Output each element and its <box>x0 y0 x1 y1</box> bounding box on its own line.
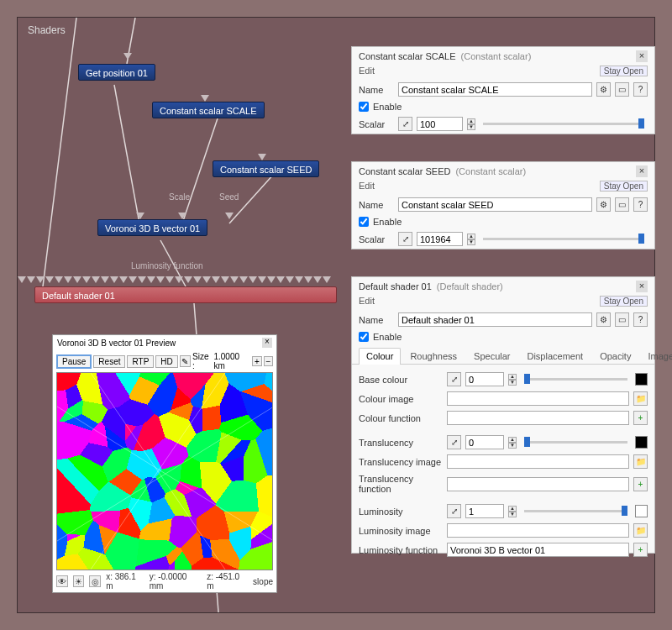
curve-icon[interactable]: ⤢ <box>447 435 461 449</box>
sun-icon[interactable]: ☀ <box>73 575 85 587</box>
scalar-slider[interactable] <box>483 123 644 125</box>
folder-icon[interactable]: 📁 <box>633 454 648 469</box>
translucency-slider[interactable] <box>524 441 627 444</box>
stay-open-button[interactable]: Stay Open <box>600 181 648 192</box>
name-input[interactable] <box>398 197 592 212</box>
name-label: Name <box>359 85 394 95</box>
edit-menu[interactable]: Edit <box>359 181 375 192</box>
add-icon[interactable]: + <box>633 543 648 557</box>
translucency-swatch[interactable] <box>635 436 648 449</box>
gear-icon[interactable]: ⚙ <box>596 312 611 327</box>
gear-icon[interactable]: ⚙ <box>596 82 611 97</box>
translucency-image-input[interactable] <box>447 454 629 469</box>
svg-line-4 <box>43 18 76 286</box>
eye-icon[interactable]: 👁 <box>56 575 68 587</box>
tab-specular[interactable]: Specular <box>466 348 517 364</box>
luminosity-function-input[interactable] <box>447 543 629 557</box>
luminosity-input[interactable] <box>465 504 504 518</box>
preview-viewport[interactable] <box>56 372 273 570</box>
base-colour-slider[interactable] <box>524 378 627 381</box>
status-x: x: 386.1 m <box>106 572 144 591</box>
name-input[interactable] <box>398 312 592 327</box>
panel-scale-title: Constant scalar SCALE <box>359 51 456 61</box>
panel-shader-title: Default shader 01 <box>359 281 432 291</box>
node-get-position[interactable]: Get position 01 <box>78 64 155 81</box>
close-icon[interactable]: × <box>262 338 272 348</box>
panel-seed-title: Constant scalar SEED <box>359 166 450 176</box>
scalar-label: Scalar <box>359 119 394 129</box>
tab-roughness[interactable]: Roughness <box>402 348 465 364</box>
scalar-spinner[interactable]: ▲▼ <box>467 234 475 245</box>
close-icon[interactable]: × <box>636 281 648 292</box>
panel-scalar-seed: Constant scalar SEED (Constant scalar) ×… <box>351 161 655 249</box>
base-colour-input[interactable] <box>465 372 504 386</box>
brush-icon[interactable]: ✎ <box>180 355 191 367</box>
curve-icon[interactable]: ⤢ <box>398 232 412 246</box>
curve-icon[interactable]: ⤢ <box>447 504 461 518</box>
window-icon[interactable]: ▭ <box>615 312 629 327</box>
scalar-spinner[interactable]: ▲▼ <box>467 118 475 130</box>
colour-function-input[interactable] <box>447 411 629 425</box>
base-colour-label: Base colour <box>359 375 443 385</box>
luminosity-swatch[interactable] <box>635 505 648 517</box>
add-icon[interactable]: + <box>633 411 648 425</box>
edit-menu[interactable]: Edit <box>359 66 375 76</box>
stay-open-button[interactable]: Stay Open <box>600 66 648 76</box>
folder-icon[interactable]: 📁 <box>633 523 648 538</box>
scalar-input[interactable] <box>417 232 463 246</box>
reset-button[interactable]: Reset <box>93 355 125 368</box>
help-icon[interactable]: ? <box>633 197 648 212</box>
luminosity-slider[interactable] <box>524 510 627 512</box>
scalar-slider[interactable] <box>483 238 644 240</box>
luminosity-image-input[interactable] <box>447 523 629 538</box>
close-icon[interactable]: × <box>636 50 648 62</box>
zoom-in-icon[interactable]: + <box>252 356 261 366</box>
stay-open-button[interactable]: Stay Open <box>600 296 648 307</box>
translucency-spinner[interactable]: ▲▼ <box>508 437 517 449</box>
name-input[interactable] <box>398 82 592 97</box>
base-colour-spinner[interactable]: ▲▼ <box>508 374 517 386</box>
tab-images[interactable]: Images <box>640 348 672 364</box>
tab-opacity[interactable]: Opacity <box>592 348 638 364</box>
base-colour-swatch[interactable] <box>635 373 648 386</box>
help-icon[interactable]: ? <box>633 312 648 327</box>
enable-checkbox[interactable] <box>359 217 369 227</box>
enable-checkbox[interactable] <box>359 332 369 342</box>
panel-title: Shaders <box>28 24 66 36</box>
tab-colour[interactable]: Colour <box>359 348 401 365</box>
colour-image-input[interactable] <box>447 391 629 406</box>
window-icon[interactable]: ▭ <box>615 197 629 212</box>
folder-icon[interactable]: 📁 <box>633 391 648 406</box>
window-icon[interactable]: ▭ <box>615 82 629 97</box>
add-icon[interactable]: + <box>633 477 648 491</box>
node-voronoi[interactable]: Voronoi 3D B vector 01 <box>97 219 207 236</box>
svg-marker-10 <box>225 213 234 219</box>
zoom-out-icon[interactable]: − <box>264 356 273 366</box>
size-label: Size : <box>192 352 212 370</box>
curve-icon[interactable]: ⤢ <box>447 372 461 386</box>
tab-displacement[interactable]: Displacement <box>519 348 591 364</box>
luminosity-function-label: Luminosity function <box>359 545 443 555</box>
edit-menu[interactable]: Edit <box>359 296 375 307</box>
target-icon[interactable]: ◎ <box>89 575 101 587</box>
hd-button[interactable]: HD <box>155 355 177 368</box>
svg-marker-8 <box>136 213 144 219</box>
enable-checkbox[interactable] <box>359 102 369 112</box>
enable-label: Enable <box>373 217 402 227</box>
translucency-function-input[interactable] <box>447 477 629 491</box>
translucency-label: Translucency <box>359 438 443 448</box>
node-default-shader[interactable]: Default shader 01 <box>34 286 337 303</box>
rtp-button[interactable]: RTP <box>127 355 154 368</box>
gear-icon[interactable]: ⚙ <box>596 197 611 212</box>
translucency-input[interactable] <box>465 435 504 449</box>
preview-window: Voronoi 3D B vector 01 Preview × Pause R… <box>52 334 277 593</box>
node-seed[interactable]: Constant scalar SEED <box>213 160 319 177</box>
node-scale[interactable]: Constant scalar SCALE <box>152 102 265 118</box>
close-icon[interactable]: × <box>636 165 648 177</box>
pause-button[interactable]: Pause <box>56 354 92 369</box>
scalar-input[interactable] <box>417 117 463 131</box>
luminosity-spinner[interactable]: ▲▼ <box>508 506 517 517</box>
help-icon[interactable]: ? <box>633 82 648 97</box>
curve-icon[interactable]: ⤢ <box>398 117 412 131</box>
svg-marker-9 <box>178 213 186 219</box>
